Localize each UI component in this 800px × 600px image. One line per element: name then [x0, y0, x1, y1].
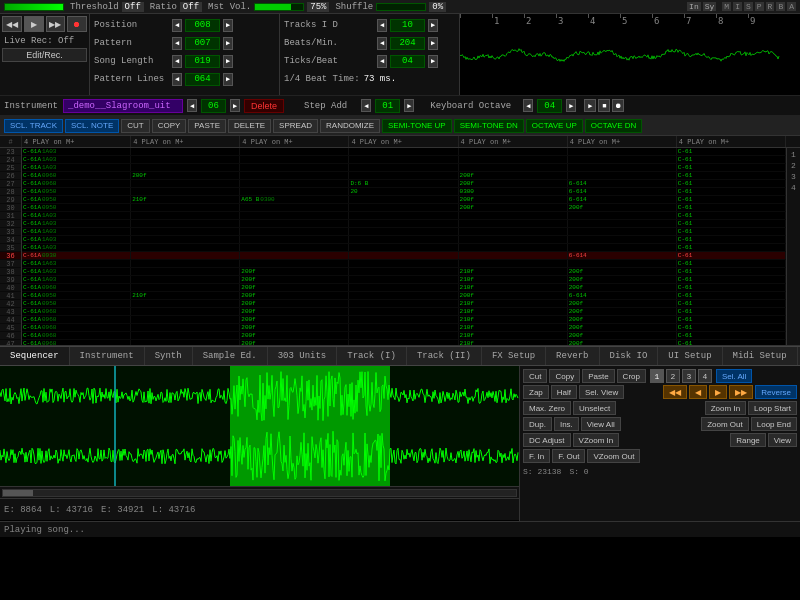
tab-midisetup[interactable]: Midi Setup — [723, 347, 798, 365]
tab-fxsetup[interactable]: FX Setup — [482, 347, 546, 365]
table-row[interactable]: C-61A 1A03C-61 — [22, 236, 786, 244]
vzoom-out-button[interactable]: VZoom Out — [587, 449, 640, 463]
table-row[interactable]: C-61A 0950200f200fC-61 — [22, 204, 786, 212]
record-button[interactable]: ⏺ — [67, 16, 87, 32]
instrument-next-btn[interactable]: ▶ — [230, 99, 240, 112]
dc-adjust-button[interactable]: DC Adjust — [523, 433, 571, 447]
f-out-button[interactable]: F. Out — [552, 449, 585, 463]
unselect-button[interactable]: Unselect — [573, 401, 616, 415]
beats-up-btn[interactable]: ▶ — [428, 37, 438, 50]
tab-synth[interactable]: Synth — [145, 347, 193, 365]
tab-diskio[interactable]: Disk IO — [600, 347, 659, 365]
table-row[interactable]: C-61A 0960200f210f200fC-61 — [22, 284, 786, 292]
table-row[interactable]: C-61A 0968200f210f200fC-61 — [22, 324, 786, 332]
nav-ff-button[interactable]: ▶▶ — [729, 385, 753, 399]
position-down-btn[interactable]: ◀ — [172, 19, 182, 32]
stop-btn-small[interactable]: ■ — [598, 99, 610, 112]
octave-up-btn[interactable]: ▶ — [566, 99, 576, 112]
table-row[interactable]: C-61A 1A03C-61 — [22, 156, 786, 164]
octave-dn-button[interactable]: OCTAVE DN — [585, 119, 642, 133]
table-row[interactable]: C-61A 0968D:6 B200f6-614C-61 — [22, 180, 786, 188]
num-4[interactable]: 4 — [698, 369, 712, 383]
paste-sample-button[interactable]: Paste — [582, 369, 614, 383]
pattern-lines-down-btn[interactable]: ◀ — [172, 73, 182, 86]
crop-button[interactable]: Crop — [617, 369, 646, 383]
rec-btn-small[interactable]: ⏺ — [612, 99, 624, 112]
tab-303units[interactable]: 303 Units — [268, 347, 338, 365]
table-row[interactable]: C-61A 1A03C-61 — [22, 164, 786, 172]
play-button[interactable]: ▶ — [24, 16, 44, 32]
delete-button[interactable]: DELETE — [228, 119, 271, 133]
pattern-down-btn[interactable]: ◀ — [172, 37, 182, 50]
table-row[interactable]: C-61A 0960200f200fC-61 — [22, 172, 786, 180]
view-button[interactable]: View — [768, 433, 797, 447]
beats-down-btn[interactable]: ◀ — [377, 37, 387, 50]
dup-button[interactable]: Dup. — [523, 417, 552, 431]
edit-rec-button[interactable]: Edit/Rec. — [2, 48, 87, 62]
vzoom-in-button[interactable]: VZoom In — [573, 433, 620, 447]
song-length-up-btn[interactable]: ▶ — [223, 55, 233, 68]
step-add-up-btn[interactable]: ▶ — [404, 99, 414, 112]
ins-button[interactable]: Ins. — [554, 417, 579, 431]
f-in-button[interactable]: F. In — [523, 449, 550, 463]
scrollbar-thumb[interactable] — [3, 490, 33, 496]
scl-track-button[interactable]: SCL. TRACK — [4, 119, 63, 133]
table-row[interactable]: C-61A 1A03C-61 — [22, 148, 786, 156]
table-row[interactable]: C-61A 1A03C-61 — [22, 228, 786, 236]
num-2[interactable]: 2 — [666, 369, 680, 383]
step-add-down-btn[interactable]: ◀ — [361, 99, 371, 112]
loop-end-button[interactable]: Loop End — [751, 417, 797, 431]
table-row[interactable]: C-61A 1A03C-61 — [22, 244, 786, 252]
table-row[interactable]: C-61A 0968200f210f200fC-61 — [22, 332, 786, 340]
paste-button[interactable]: PASTE — [188, 119, 226, 133]
semi-tone-up-button[interactable]: SEMI-TONE UP — [382, 119, 452, 133]
table-row[interactable]: C-61A 0950210f200f200f6-614C-61 — [22, 292, 786, 300]
spread-button[interactable]: SPREAD — [273, 119, 318, 133]
randomize-button[interactable]: RANDOMIZE — [320, 119, 380, 133]
table-row[interactable]: C-61A 09306-614C-61 — [22, 252, 786, 260]
ticks-up-btn[interactable]: ▶ — [428, 55, 438, 68]
tracks-down-btn[interactable]: ◀ — [377, 19, 387, 32]
table-row[interactable]: C-61A 095020 03006-614C-61 — [22, 188, 786, 196]
scrollbar-track[interactable] — [2, 489, 517, 497]
position-up-btn[interactable]: ▶ — [223, 19, 233, 32]
nav-f-button[interactable]: ▶ — [709, 385, 727, 399]
seq-scroll-2[interactable]: 2 — [791, 161, 796, 170]
pattern-up-btn[interactable]: ▶ — [223, 37, 233, 50]
octave-up-button[interactable]: OCTAVE UP — [526, 119, 583, 133]
table-row[interactable]: C-61A 0968200f210f200fC-61 — [22, 316, 786, 324]
table-row[interactable]: C-61A 0968200f210f200fC-61 — [22, 340, 786, 346]
loop-start-button[interactable]: Loop Start — [748, 401, 797, 415]
seq-main[interactable]: C-61A 1A03C-61C-61A 1A03C-61C-61A 1A03C-… — [22, 148, 786, 346]
zoom-in-button[interactable]: Zoom In — [705, 401, 746, 415]
table-row[interactable]: C-61A 0968200f210f200fC-61 — [22, 308, 786, 316]
scl-note-button[interactable]: SCL. NOTE — [65, 119, 119, 133]
fast-forward-button[interactable]: ▶▶ — [46, 16, 66, 32]
tab-sequencer[interactable]: Sequencer — [0, 347, 70, 365]
bottom-scrollbar[interactable] — [0, 486, 519, 498]
zoom-out-button[interactable]: Zoom Out — [701, 417, 749, 431]
seq-scroll-4[interactable]: 4 — [791, 183, 796, 192]
seq-scroll-1[interactable]: 1 — [791, 150, 796, 159]
view-all-button[interactable]: View All — [581, 417, 621, 431]
range-button[interactable]: Range — [730, 433, 766, 447]
tab-uisetup[interactable]: UI Setup — [658, 347, 722, 365]
rewind-button[interactable]: ◀◀ — [2, 16, 22, 32]
num-1[interactable]: 1 — [650, 369, 664, 383]
tab-track(i)[interactable]: Track (I) — [337, 347, 407, 365]
sel-view-button[interactable]: Sel. View — [579, 385, 624, 399]
table-row[interactable]: C-61A 1A03C-61 — [22, 220, 786, 228]
cut-sample-button[interactable]: Cut — [523, 369, 547, 383]
max-zero-button[interactable]: Max. Zero — [523, 401, 571, 415]
zap-button[interactable]: Zap — [523, 385, 549, 399]
instrument-name[interactable]: _demo__Slagroom_uit — [63, 99, 183, 113]
instrument-prev-btn[interactable]: ◀ — [187, 99, 197, 112]
half-button[interactable]: Half — [551, 385, 577, 399]
seq-scroll-3[interactable]: 3 — [791, 172, 796, 181]
instrument-delete-button[interactable]: Delete — [244, 99, 284, 113]
table-row[interactable]: C-61A 1A03C-61 — [22, 212, 786, 220]
song-length-down-btn[interactable]: ◀ — [172, 55, 182, 68]
waveform-canvas-area[interactable] — [0, 366, 519, 486]
copy-button[interactable]: COPY — [152, 119, 187, 133]
table-row[interactable]: C-61A 1A03200f210f200fC-61 — [22, 276, 786, 284]
